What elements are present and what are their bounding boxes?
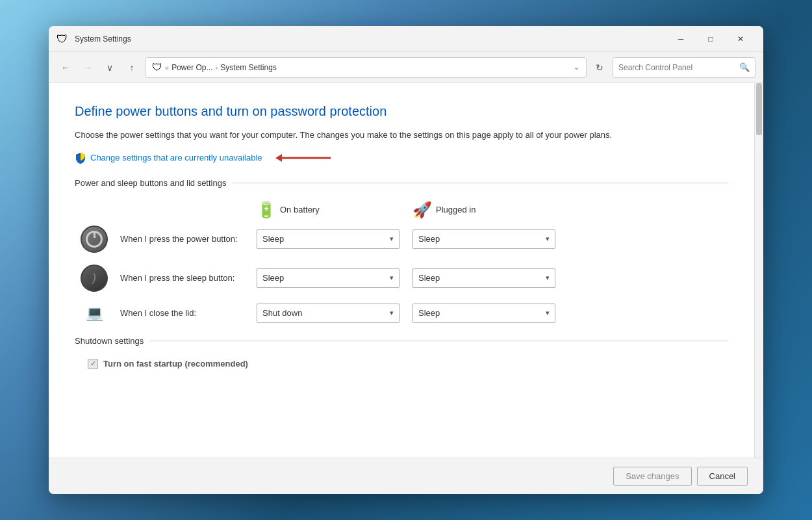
power-battery-dropdown[interactable]: Sleep ▾ bbox=[257, 229, 400, 249]
lid-plugged-dropdown-arrow: ▾ bbox=[546, 309, 550, 317]
plugged-column-label: Plugged in bbox=[436, 205, 476, 214]
scrollbar-thumb[interactable] bbox=[756, 83, 762, 135]
shutdown-divider-line bbox=[150, 341, 728, 341]
power-plugged-value: Sleep bbox=[418, 234, 440, 244]
save-button[interactable]: Save changes bbox=[613, 467, 691, 486]
main-content: Define power buttons and turn on passwor… bbox=[49, 83, 754, 458]
lid-battery-value: Shut down bbox=[262, 308, 302, 318]
window-title: System Settings bbox=[75, 34, 131, 44]
path-icon: 🛡 bbox=[152, 62, 162, 73]
page-title: Define power buttons and turn on passwor… bbox=[75, 103, 728, 120]
address-path[interactable]: 🛡 « Power Op... › System Settings ⌄ bbox=[145, 57, 587, 78]
power-battery-dropdown-arrow: ▾ bbox=[390, 235, 394, 243]
search-icon: 🔍 bbox=[739, 62, 750, 72]
battery-icon: 🔋 bbox=[257, 201, 276, 219]
column-headers: 🔋 On battery 🚀 Plugged in bbox=[75, 201, 728, 219]
scrollbar[interactable] bbox=[754, 83, 763, 458]
sleep-plugged-dropdown-arrow: ▾ bbox=[546, 274, 550, 282]
close-button[interactable]: ✕ bbox=[726, 29, 755, 49]
shield-uac-icon bbox=[75, 152, 86, 164]
search-box[interactable]: 🔍 bbox=[613, 57, 755, 78]
svg-marker-1 bbox=[275, 154, 282, 162]
address-bar: ← → ∨ ↑ 🛡 « Power Op... › System Setting… bbox=[49, 52, 763, 83]
title-bar-left: 🛡 System Settings bbox=[57, 32, 131, 46]
path-chevron-icon: ⌄ bbox=[574, 63, 579, 72]
power-battery-value: Sleep bbox=[262, 234, 284, 244]
breadcrumb-arrow: › bbox=[215, 64, 218, 72]
fast-startup-label: Turn on fast startup (recommended) bbox=[103, 359, 248, 369]
lid-icon: 💻 bbox=[86, 305, 103, 322]
power-plugged-dropdown[interactable]: Sleep ▾ bbox=[412, 229, 555, 249]
search-input[interactable] bbox=[618, 63, 737, 72]
plugged-icon: 🚀 bbox=[412, 201, 432, 219]
change-settings-link[interactable]: Change settings that are currently unava… bbox=[90, 153, 262, 162]
battery-column-header: 🔋 On battery bbox=[257, 201, 412, 219]
lid-plugged-value: Sleep bbox=[418, 308, 440, 318]
forward-button[interactable]: → bbox=[79, 58, 97, 77]
power-button-row: When I press the power button: Sleep ▾ S… bbox=[75, 226, 728, 253]
power-button-label: When I press the power button: bbox=[114, 234, 257, 244]
maximize-button[interactable]: □ bbox=[696, 29, 726, 49]
fast-startup-row: ✓ Turn on fast startup (recommended) bbox=[75, 359, 728, 369]
page-description: Choose the power settings that you want … bbox=[75, 129, 728, 142]
window-icon: 🛡 bbox=[57, 32, 70, 46]
battery-column-label: On battery bbox=[280, 205, 320, 214]
power-sleep-section-label: Power and sleep buttons and lid settings bbox=[75, 178, 226, 188]
shutdown-section: Shutdown settings ✓ Turn on fast startup… bbox=[75, 336, 728, 369]
up-button[interactable]: ↑ bbox=[123, 58, 141, 77]
red-arrow-icon bbox=[275, 151, 334, 165]
sleep-button-row: ) When I press the sleep button: Sleep ▾… bbox=[75, 265, 728, 292]
back-button[interactable]: ← bbox=[57, 58, 75, 77]
dropdown-recent-button[interactable]: ∨ bbox=[101, 58, 119, 77]
title-bar: 🛡 System Settings ─ □ ✕ bbox=[49, 26, 763, 52]
refresh-button[interactable]: ↻ bbox=[590, 58, 609, 77]
sleep-battery-dropdown[interactable]: Sleep ▾ bbox=[257, 268, 400, 288]
lid-plugged-dropdown[interactable]: Sleep ▾ bbox=[412, 304, 555, 323]
content-area: Define power buttons and turn on passwor… bbox=[49, 83, 763, 458]
power-sleep-section-divider: Power and sleep buttons and lid settings bbox=[75, 178, 728, 188]
sleep-plugged-value: Sleep bbox=[418, 273, 440, 283]
bottom-bar: Save changes Cancel bbox=[49, 458, 763, 494]
sleep-button-icon: ) bbox=[81, 265, 108, 292]
lid-battery-dropdown-arrow: ▾ bbox=[390, 309, 394, 317]
shutdown-section-label: Shutdown settings bbox=[75, 336, 144, 346]
power-button-icon bbox=[81, 226, 108, 253]
change-settings-row: Change settings that are currently unava… bbox=[75, 151, 728, 165]
sleep-plugged-dropdown[interactable]: Sleep ▾ bbox=[412, 268, 555, 288]
power-button-inner bbox=[86, 231, 103, 248]
sleep-button-label: When I press the sleep button: bbox=[114, 273, 257, 283]
sleep-battery-dropdown-arrow: ▾ bbox=[390, 274, 394, 282]
lid-icon-area: 💻 bbox=[75, 305, 114, 322]
divider-line bbox=[233, 183, 728, 183]
breadcrumb-part1: Power Op... bbox=[171, 63, 212, 72]
lid-row: 💻 When I close the lid: Shut down ▾ Slee… bbox=[75, 304, 728, 323]
shutdown-section-divider: Shutdown settings bbox=[75, 336, 728, 346]
fast-startup-checkbox[interactable]: ✓ bbox=[88, 359, 98, 369]
breadcrumb-part2: System Settings bbox=[220, 63, 277, 72]
window-controls: ─ □ ✕ bbox=[666, 29, 755, 49]
sleep-battery-value: Sleep bbox=[262, 273, 284, 283]
sleep-button-icon-area: ) bbox=[75, 265, 114, 292]
arrow-annotation bbox=[275, 151, 334, 165]
lid-label: When I close the lid: bbox=[114, 308, 257, 318]
minimize-button[interactable]: ─ bbox=[666, 29, 696, 49]
cancel-button[interactable]: Cancel bbox=[697, 467, 748, 486]
plugged-column-header: 🚀 Plugged in bbox=[412, 201, 568, 219]
power-button-icon-area bbox=[75, 226, 114, 253]
system-settings-window: 🛡 System Settings ─ □ ✕ ← → ∨ ↑ 🛡 « Powe… bbox=[49, 26, 763, 494]
lid-battery-dropdown[interactable]: Shut down ▾ bbox=[257, 304, 400, 323]
power-plugged-dropdown-arrow: ▾ bbox=[546, 235, 550, 243]
breadcrumb-separator1: « bbox=[165, 64, 169, 72]
